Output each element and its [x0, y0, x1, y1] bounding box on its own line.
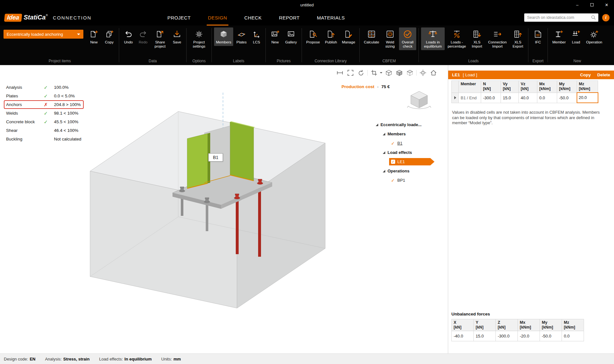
cell-mz-selected[interactable]: 20.0	[577, 93, 598, 103]
manage-button[interactable]: Manage	[340, 27, 357, 46]
search-icon[interactable]	[591, 15, 596, 21]
xls-import-button[interactable]: XLS Import	[469, 27, 485, 50]
propose-button[interactable]: Propose	[304, 27, 322, 46]
group-label-export: Export	[529, 58, 547, 65]
weld-sizing-button[interactable]: Weld sizing	[382, 27, 398, 50]
tab-materials[interactable]: MATERIALS	[316, 10, 346, 26]
ribbon-group-options: Project settings Options	[187, 26, 211, 65]
tab-report[interactable]: REPORT	[278, 10, 301, 26]
balance-scale-icon	[428, 29, 437, 39]
section-cut-icon[interactable]	[370, 69, 378, 77]
tree-expand-icon[interactable]	[376, 124, 378, 126]
tree-expand-icon[interactable]	[383, 151, 385, 154]
overall-check-button[interactable]: Overall check	[399, 27, 416, 50]
copy-item-button[interactable]: Copy	[102, 27, 117, 46]
check-row-analysis[interactable]: Analysis ✓ 100.0%	[4, 83, 84, 92]
measure-icon[interactable]	[336, 69, 344, 77]
selected-load-effect-flag[interactable]: ✓ LE1	[389, 158, 434, 165]
row-expander[interactable]	[452, 93, 459, 103]
tab-check[interactable]: CHECK	[243, 10, 263, 26]
zoom-fit-icon[interactable]	[346, 69, 355, 77]
tree-operations-group[interactable]: Operations	[376, 166, 442, 176]
solid-cube-icon[interactable]	[395, 69, 403, 77]
cell-vy[interactable]: 15.0	[501, 93, 519, 103]
new-item-button[interactable]: New	[87, 27, 101, 46]
calculate-button[interactable]: Calculate	[362, 27, 381, 46]
redo-button[interactable]: Redo	[136, 27, 150, 46]
check-row-welds[interactable]: Welds ✓ 98.1 < 100%	[4, 109, 84, 118]
app-logo: Idea StatiCa® CONNECTION	[4, 14, 91, 22]
gallery-button[interactable]: Gallery	[283, 27, 299, 46]
tree-expand-icon[interactable]	[383, 133, 385, 135]
gear-plus-icon	[590, 29, 598, 39]
labels-plates-toggle[interactable]: Plates	[234, 27, 249, 46]
chevron-down-icon[interactable]	[380, 72, 382, 73]
new-picture-button[interactable]: New	[268, 27, 282, 46]
rotate-view-icon[interactable]	[357, 69, 365, 77]
load-table: Member N[kN] Vy[kN] Vz[kN] Mx[kNm] My[kN…	[451, 80, 598, 103]
copy-load-button[interactable]: Copy	[580, 72, 591, 77]
search-input[interactable]	[524, 13, 598, 22]
connection-import-button[interactable]: Connection Import	[486, 27, 509, 50]
tree-root-item[interactable]: Eccentrically loade...	[376, 120, 442, 129]
cell-my[interactable]: -50.0	[557, 93, 577, 103]
pass-check-icon: ✓	[44, 93, 54, 99]
check-row-anchors[interactable]: Anchors ✗ 204.8 > 100%	[4, 100, 84, 109]
share-project-icon	[156, 29, 164, 39]
labels-lcs-toggle[interactable]: LCS	[250, 27, 263, 46]
units-value: mm	[173, 357, 181, 361]
unbalanced-mz: 0.0	[562, 331, 584, 341]
home-view-icon[interactable]	[429, 69, 438, 77]
tab-project[interactable]: PROJECT	[166, 10, 192, 26]
viewport-3d[interactable]: B1 Analysis ✓ 100.0% Plates ✓ 0.0 < 5.0%…	[0, 65, 448, 353]
cell-n[interactable]: -300.0	[481, 93, 501, 103]
content-area: B1 Analysis ✓ 100.0% Plates ✓ 0.0 < 5.0%…	[0, 65, 614, 353]
explode-view-icon[interactable]	[419, 69, 427, 77]
production-cost-label: Production cost	[342, 84, 374, 89]
tree-item-b1[interactable]: ✓ B1	[376, 139, 442, 148]
check-row-concrete-block[interactable]: Concrete block ✓ 45.5 < 100%	[4, 118, 84, 126]
member-label[interactable]: B1	[208, 153, 223, 162]
wireframe-cube-icon[interactable]	[385, 69, 393, 77]
cell-mx[interactable]: 0.0	[537, 93, 557, 103]
transparent-cube-icon[interactable]	[406, 69, 414, 77]
ribbon-separator	[265, 28, 266, 62]
publish-button[interactable]: Publish	[323, 27, 339, 46]
tab-design[interactable]: DESIGN	[207, 10, 228, 26]
info-button[interactable]: i	[602, 14, 610, 21]
checkbox-checked-icon[interactable]: ✓	[391, 160, 395, 164]
unbalanced-forces-table: X[kN] Y[kN] Z[kN] Mx[kNm] My[kNm] Mz[kNm…	[451, 319, 584, 341]
check-icon[interactable]: ✓	[391, 141, 395, 146]
chevron-down-icon	[77, 34, 80, 35]
connection-template-dropdown[interactable]: Eccentrically loaded anchoring	[4, 30, 83, 39]
labels-members-toggle[interactable]: Members	[214, 27, 233, 46]
tree-expand-icon[interactable]	[383, 170, 385, 172]
tree-load-effects-group[interactable]: Load effects	[376, 148, 442, 157]
col-vz: Vz[kN]	[519, 81, 537, 93]
project-settings-button[interactable]: Project settings	[189, 27, 209, 50]
loads-in-equilibrium-toggle[interactable]: Loads in equilibrium	[421, 27, 445, 50]
new-member-button[interactable]: Member	[550, 27, 568, 46]
xls-export-button[interactable]: XLS Export	[510, 27, 526, 50]
share-project-button[interactable]: Share project	[151, 27, 169, 50]
col-mx: Mx[kNm]	[518, 319, 540, 331]
ribbon-group-connection-library: Propose Publish Manage Connection Librar…	[303, 26, 359, 65]
check-row-shear[interactable]: Shear 46.4 < 100%	[4, 126, 84, 135]
ribbon-separator	[418, 28, 419, 62]
cell-vz[interactable]: 40.0	[519, 93, 537, 103]
ifc-export-button[interactable]: IFC	[531, 27, 545, 46]
loads-percentage-button[interactable]: Loads - percentage	[445, 27, 468, 50]
tree-item-bp1[interactable]: ✓ BP1	[376, 176, 442, 185]
check-row-buckling[interactable]: Buckling Not calculated	[4, 135, 84, 143]
check-row-plates[interactable]: Plates ✓ 0.0 < 5.0%	[4, 92, 84, 100]
undo-button[interactable]: Undo	[121, 27, 135, 46]
check-icon[interactable]: ✓	[391, 178, 395, 183]
tree-members-group[interactable]: Members	[376, 129, 442, 139]
new-operation-button[interactable]: Operation	[584, 27, 604, 46]
cube-icon	[219, 29, 228, 39]
view-cube[interactable]	[405, 89, 433, 115]
tree-item-le1-selected[interactable]: ✓ LE1	[376, 157, 442, 166]
save-button[interactable]: Save	[170, 27, 184, 46]
new-load-button[interactable]: Load	[569, 27, 583, 46]
delete-load-button[interactable]: Delete	[597, 72, 610, 77]
